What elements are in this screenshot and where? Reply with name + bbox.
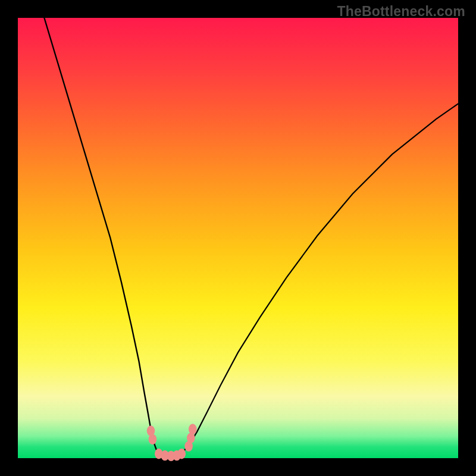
scatter-marker bbox=[149, 434, 157, 444]
scatter-marker bbox=[177, 449, 186, 459]
chart-frame: TheBottleneck.com bbox=[0, 0, 476, 476]
scatter-marker bbox=[187, 433, 195, 443]
markers-layer bbox=[18, 18, 458, 458]
watermark-text: TheBottleneck.com bbox=[337, 4, 465, 20]
scatter-marker bbox=[189, 424, 197, 434]
scatter-markers bbox=[147, 424, 197, 461]
